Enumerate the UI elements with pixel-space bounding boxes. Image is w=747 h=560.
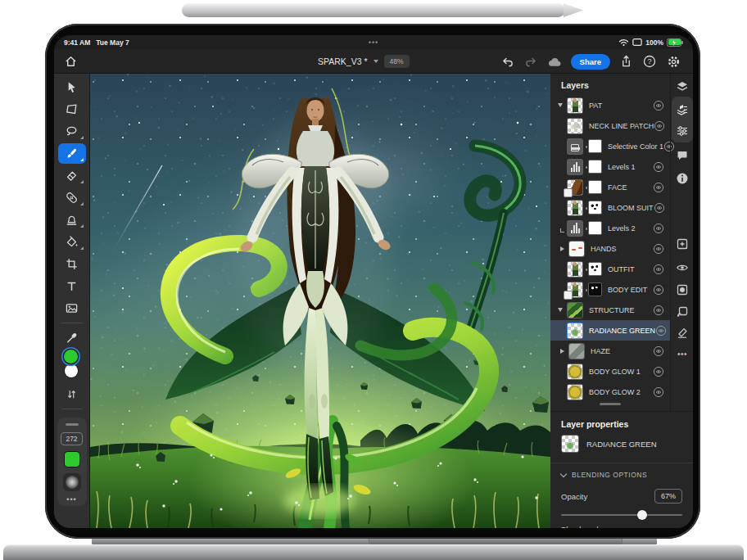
- layer-thumbnail[interactable]: [567, 179, 583, 196]
- layer-row-structure[interactable]: STRUCTURE: [550, 300, 670, 320]
- healing-brush-tool[interactable]: [54, 187, 90, 209]
- layer-mask-thumbnail[interactable]: [588, 262, 602, 276]
- collapse-triangle-icon[interactable]: [558, 308, 563, 312]
- layer-thumbnail[interactable]: [567, 323, 583, 339]
- visibility-eye-icon[interactable]: [653, 284, 664, 296]
- layer-mask-thumbnail[interactable]: [588, 201, 602, 215]
- layer-thumbnail[interactable]: [567, 261, 583, 278]
- layer-row-levels-1[interactable]: Levels 1: [550, 156, 670, 177]
- brush-tool[interactable]: [54, 142, 90, 165]
- title-chevron-icon[interactable]: [374, 60, 378, 63]
- layer-list-rail-button[interactable]: [671, 100, 693, 120]
- visibility-eye-icon[interactable]: [653, 386, 664, 398]
- layer-row-selective-color-1[interactable]: Selective Color 1: [550, 136, 670, 156]
- layer-thumbnail[interactable]: [567, 200, 583, 216]
- comments-rail-button[interactable]: [671, 146, 693, 165]
- document-title[interactable]: SPARK_V3 *: [318, 56, 368, 66]
- brush-tip-preview[interactable]: [63, 473, 81, 491]
- foreground-color-swatch[interactable]: [64, 350, 78, 364]
- clone-stamp-tool[interactable]: [54, 209, 90, 231]
- adjustment-thumbnail[interactable]: [567, 138, 583, 155]
- canvas-artwork[interactable]: [90, 74, 550, 528]
- visibility-eye-icon[interactable]: [653, 243, 664, 255]
- visibility-rail-button[interactable]: [671, 258, 693, 278]
- layers-rail-button[interactable]: [671, 77, 693, 97]
- move-tool[interactable]: [54, 76, 90, 98]
- layer-row-bloom-suit[interactable]: BLOOM SUIT: [550, 197, 670, 218]
- visibility-eye-icon[interactable]: [653, 305, 664, 316]
- info-rail-button[interactable]: [671, 169, 693, 188]
- layer-row-body-glow-2[interactable]: BODY GLOW 2: [550, 382, 670, 402]
- layer-mask-thumbnail[interactable]: [588, 160, 602, 174]
- visibility-eye-icon[interactable]: [653, 264, 664, 275]
- color-well[interactable]: [54, 349, 90, 383]
- collapse-triangle-icon[interactable]: [558, 103, 563, 107]
- layer-row-outfit[interactable]: OUTFIT: [550, 259, 670, 279]
- options-handle[interactable]: [66, 423, 79, 426]
- undo-button[interactable]: [500, 53, 516, 70]
- adjustments-rail-button[interactable]: [671, 121, 693, 141]
- group-thumbnail[interactable]: [568, 343, 585, 359]
- layer-row-radiance-green[interactable]: RADIANCE GREEN: [550, 320, 670, 341]
- eraser-tool[interactable]: [54, 165, 90, 187]
- collapse-triangle-icon[interactable]: [560, 349, 564, 354]
- zoom-level-badge[interactable]: 48%: [384, 55, 410, 68]
- visibility-eye-icon[interactable]: [653, 345, 664, 357]
- group-thumbnail[interactable]: [567, 302, 583, 318]
- place-photo-tool[interactable]: [54, 297, 90, 319]
- visibility-eye-icon[interactable]: [655, 325, 667, 336]
- layer-thumbnail[interactable]: [567, 97, 583, 114]
- visibility-eye-icon[interactable]: [653, 100, 664, 111]
- layer-row-levels-2[interactable]: Levels 2: [550, 218, 670, 238]
- layer-mask-thumbnail[interactable]: [588, 139, 602, 153]
- layer-thumbnail[interactable]: [567, 364, 583, 380]
- group-thumbnail[interactable]: [568, 241, 585, 257]
- eyedropper-tool[interactable]: [54, 327, 90, 349]
- opacity-slider[interactable]: [561, 510, 682, 520]
- adjustment-thumbnail[interactable]: [567, 220, 583, 237]
- background-color-swatch[interactable]: [65, 364, 78, 377]
- clip-mask-rail-button[interactable]: [671, 302, 693, 322]
- brush-size-field[interactable]: 272: [61, 432, 83, 445]
- layer-mask-thumbnail[interactable]: [588, 180, 602, 194]
- multitask-dots-icon[interactable]: •••: [369, 38, 378, 47]
- blending-options-section[interactable]: BLENDING OPTIONS: [561, 471, 647, 479]
- opacity-value-field[interactable]: 67%: [654, 489, 682, 504]
- lasso-tool[interactable]: [54, 120, 90, 142]
- more-options-icon[interactable]: •••: [66, 498, 76, 501]
- fill-tool[interactable]: [54, 231, 90, 253]
- export-button[interactable]: [618, 53, 634, 70]
- visibility-eye-icon[interactable]: [653, 182, 664, 193]
- type-tool[interactable]: [54, 275, 90, 297]
- settings-button[interactable]: [665, 53, 681, 70]
- brush-color-swatch[interactable]: [65, 452, 79, 467]
- layer-row-body-edit[interactable]: BODY EDIT: [550, 279, 670, 300]
- slider-track[interactable]: [561, 514, 682, 516]
- adjustment-thumbnail[interactable]: [567, 159, 583, 175]
- layer-thumbnail[interactable]: [567, 384, 583, 400]
- transform-tool[interactable]: [54, 98, 90, 120]
- layer-row-neck-line-patch[interactable]: NECK LINE PATCH: [550, 115, 670, 136]
- collapse-triangle-icon[interactable]: [560, 246, 564, 251]
- cloud-sync-button[interactable]: [547, 53, 564, 70]
- layer-styles-rail-button[interactable]: [671, 323, 693, 342]
- visibility-eye-icon[interactable]: [653, 161, 664, 173]
- layer-row-pat[interactable]: PAT: [550, 95, 670, 115]
- visibility-eye-icon[interactable]: [654, 202, 665, 214]
- layer-thumbnail[interactable]: [567, 118, 583, 134]
- visibility-eye-icon[interactable]: [654, 120, 665, 132]
- layer-mask-thumbnail[interactable]: [588, 221, 602, 235]
- layer-row-haze[interactable]: HAZE: [550, 341, 670, 361]
- slider-knob[interactable]: [637, 510, 647, 520]
- panel-drag-handle[interactable]: [600, 403, 621, 405]
- swap-colors-button[interactable]: [54, 383, 90, 405]
- help-button[interactable]: ?: [641, 53, 658, 70]
- layer-thumbnail[interactable]: [567, 282, 583, 298]
- layer-row-body-glow-1[interactable]: BODY GLOW 1: [550, 361, 670, 382]
- redo-button[interactable]: [523, 53, 540, 70]
- home-button[interactable]: [61, 52, 80, 70]
- share-button[interactable]: Share: [571, 54, 610, 70]
- visibility-eye-icon[interactable]: [653, 223, 664, 234]
- layer-mask-thumbnail[interactable]: [588, 282, 602, 296]
- layer-row-hands[interactable]: HANDS: [550, 238, 670, 259]
